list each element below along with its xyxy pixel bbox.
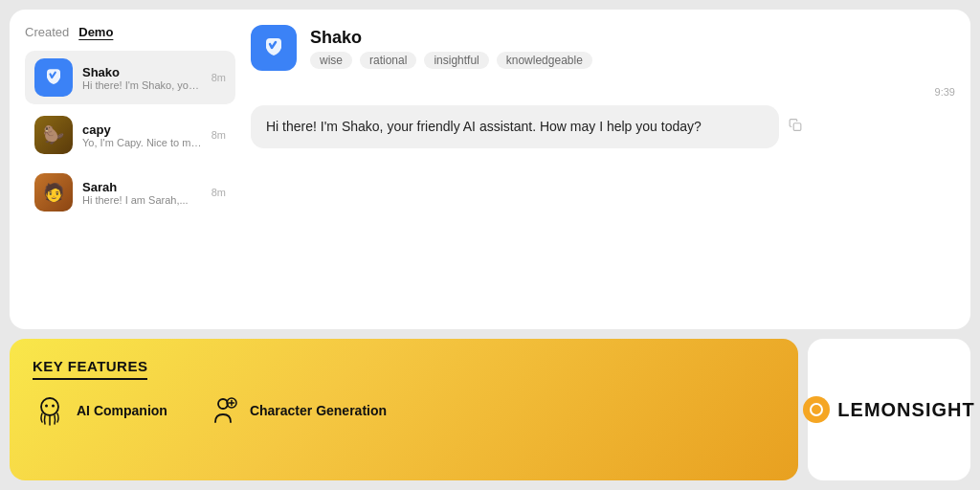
- chat-header: Shako wise rational insightful knowledge…: [251, 25, 955, 71]
- feature-label-ai-companion: AI Companion: [77, 403, 167, 418]
- tab-created: Created: [25, 25, 69, 39]
- chat-name-shako: Shako: [82, 65, 202, 79]
- chat-body: 9:39 Hi there! I'm Shako, your friendly …: [251, 86, 955, 314]
- bottom-row: KEY FEATURES: [10, 339, 970, 480]
- svg-point-3: [52, 405, 55, 408]
- tag-insightful: insightful: [424, 52, 488, 69]
- tab-demo[interactable]: Demo: [78, 25, 113, 39]
- chat-name-capy: capy: [82, 122, 202, 137]
- top-card: Created Demo Shako Hi there! I'm Shako, …: [10, 10, 970, 329]
- key-features-label: KEY FEATURES: [33, 358, 775, 380]
- chat-preview-sarah: Hi there! I am Sarah,...: [82, 194, 202, 206]
- chat-preview-capy: Yo, I'm Capy. Nice to meet...: [82, 137, 202, 148]
- svg-point-1: [41, 398, 58, 415]
- message-text: Hi there! I'm Shako, your friendly AI as…: [266, 119, 702, 134]
- chat-header-info: Shako wise rational insightful knowledge…: [310, 28, 592, 69]
- chat-preview-shako: Hi there! I'm Shako, your...: [82, 79, 202, 91]
- yellow-card: KEY FEATURES: [10, 339, 798, 480]
- chat-item-shako[interactable]: Shako Hi there! I'm Shako, your... 8m: [25, 51, 235, 104]
- chat-name-sarah: Sarah: [82, 180, 202, 194]
- feature-character-generation: Character Generation: [206, 393, 387, 428]
- chat-info-capy: capy Yo, I'm Capy. Nice to meet...: [82, 122, 202, 148]
- chat-info-shako: Shako Hi there! I'm Shako, your...: [82, 65, 202, 91]
- chat-info-sarah: Sarah Hi there! I am Sarah,...: [82, 180, 202, 206]
- chat-time-capy: 8m: [212, 129, 226, 141]
- logo-text: LEMONSIGHT: [837, 399, 974, 421]
- logo-circle: [803, 396, 830, 423]
- avatar-capy: 🦫: [34, 116, 73, 154]
- feature-label-character-generation: Character Generation: [250, 403, 387, 418]
- chat-time-sarah: 8m: [212, 187, 226, 198]
- right-panel: Shako wise rational insightful knowledge…: [251, 25, 955, 314]
- avatar-sarah: 🧑: [34, 173, 73, 212]
- avatar-shako: [34, 58, 73, 97]
- logo-card: LEMONSIGHT: [808, 339, 970, 480]
- chat-header-name: Shako: [310, 28, 592, 48]
- chat-time-shako: 8m: [212, 72, 226, 83]
- logo-circle-inner: [810, 403, 823, 416]
- message-bubble: Hi there! I'm Shako, your friendly AI as…: [251, 105, 779, 148]
- svg-point-2: [45, 405, 48, 408]
- left-panel: Created Demo Shako Hi there! I'm Shako, …: [25, 25, 235, 314]
- tabs-row: Created Demo: [25, 25, 235, 39]
- svg-rect-0: [793, 122, 801, 130]
- copy-icon[interactable]: [789, 117, 802, 137]
- tag-knowledgeable: knowledgeable: [497, 52, 592, 69]
- chat-item-sarah[interactable]: 🧑 Sarah Hi there! I am Sarah,... 8m: [25, 166, 235, 219]
- header-avatar: [251, 25, 297, 71]
- chat-header-tags: wise rational insightful knowledgeable: [310, 52, 592, 69]
- timestamp: 9:39: [935, 86, 955, 98]
- octopus-icon: [33, 393, 67, 428]
- tag-wise: wise: [310, 52, 352, 69]
- tag-rational: rational: [360, 52, 416, 69]
- person-icon: [206, 393, 240, 428]
- features-list: AI Companion Character Gen: [33, 393, 775, 428]
- chat-list: Shako Hi there! I'm Shako, your... 8m 🦫 …: [25, 51, 235, 219]
- key-features-text: KEY FEATURES: [33, 358, 147, 380]
- feature-ai-companion: AI Companion: [33, 393, 167, 428]
- chat-item-capy[interactable]: 🦫 capy Yo, I'm Capy. Nice to meet... 8m: [25, 108, 235, 162]
